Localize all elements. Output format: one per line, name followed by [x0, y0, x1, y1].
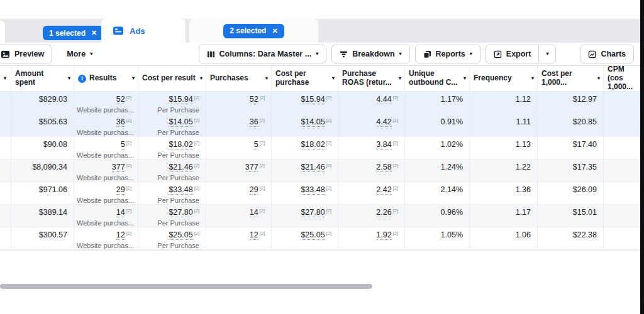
- cell-unique_outbound_ctr: 0.96%: [405, 205, 470, 227]
- footnote-marker: [2]: [393, 140, 398, 146]
- cell-purchase_roas: 1.92[2]: [338, 227, 405, 249]
- cell-value: 2.26: [376, 208, 391, 217]
- info-icon[interactable]: i: [78, 75, 86, 83]
- selected-count-badge-2[interactable]: 2 selected ✕: [223, 24, 284, 38]
- sort-caret-icon: ▾: [531, 76, 534, 81]
- clear-selection-icon[interactable]: ✕: [91, 30, 97, 36]
- footnote-marker: [2]: [260, 163, 265, 168]
- row-stub-cell: [0, 227, 11, 249]
- footnote-marker: [2]: [393, 163, 398, 168]
- cell-value: 1.06: [516, 230, 531, 239]
- table-row[interactable]: $300.5712[2]Website purchas...$25.05[2]P…: [0, 227, 640, 250]
- cell-cost_per_result: $33.48[2]Per Purchase: [138, 182, 206, 204]
- column-header-amount-spent[interactable]: Amount spent ▾: [11, 66, 74, 91]
- column-header-stub[interactable]: ▾: [0, 66, 11, 91]
- column-header-unique-outbound[interactable]: Unique outbound C... ▾: [405, 66, 470, 91]
- cell-value: 1.12: [516, 95, 531, 104]
- footnote-marker: [2]: [393, 117, 398, 123]
- cell-sublabel: Website purchas...: [77, 151, 131, 159]
- image-icon: [1, 50, 10, 59]
- cell-cpm: [604, 160, 640, 181]
- footnote-marker: [2]: [393, 208, 398, 214]
- cell-value: $15.94: [301, 95, 325, 104]
- export-button[interactable]: Export: [486, 45, 540, 63]
- row-stub-cell: [0, 137, 11, 159]
- cell-value: 377: [245, 163, 258, 172]
- columns-icon: [207, 50, 215, 58]
- more-label: More: [67, 50, 86, 58]
- cell-purchase_roas: 4.42[2]: [338, 114, 405, 136]
- column-header-frequency[interactable]: Frequency ▾: [470, 66, 538, 91]
- column-header-cost-per-result[interactable]: Cost per result ▾: [138, 66, 206, 91]
- table-row[interactable]: $8,090.34377[2]Website purchas...$21.46[…: [0, 160, 640, 182]
- cell-cost_per_result: $21.46[2]Per Purchase: [138, 160, 206, 181]
- column-label: Unique outbound C...: [409, 70, 459, 87]
- cell-cpm: [604, 182, 640, 204]
- cell-value: $18.02: [301, 140, 325, 149]
- chevron-down-icon: ▾: [316, 51, 318, 57]
- chevron-down-icon: ▾: [546, 51, 548, 57]
- footnote-marker: [2]: [393, 185, 398, 191]
- cell-value: 1.05%: [441, 230, 463, 239]
- selected-count-badge-1[interactable]: 1 selected ✕: [43, 26, 103, 40]
- cell-amount_spent: $505.63: [11, 114, 74, 136]
- footnote-marker: [2]: [326, 185, 331, 191]
- cell-value: $21.46: [301, 163, 325, 172]
- column-label: Results: [89, 74, 116, 83]
- columns-button[interactable]: Columns: Dara Master ... ▾: [199, 45, 327, 63]
- footnote-marker: [2]: [260, 185, 265, 191]
- cell-value: 52: [116, 95, 125, 104]
- cell-purchases: 52[2]: [206, 92, 272, 114]
- footnote-marker: [2]: [260, 140, 265, 146]
- cell-value: $17.35: [573, 163, 597, 171]
- clear-selection-icon[interactable]: ✕: [272, 28, 277, 35]
- cell-cost_per_1000: $20.85: [538, 114, 604, 136]
- horizontal-scrollbar-thumb[interactable]: [0, 284, 372, 289]
- footnote-marker: [2]: [194, 95, 199, 100]
- column-header-results[interactable]: i Results ▾: [74, 66, 138, 91]
- table-row[interactable]: $389.1414[2]Website purchas...$27.80[2]P…: [0, 205, 640, 227]
- cell-amount_spent: $8,090.34: [11, 160, 74, 181]
- sort-caret-icon: ▾: [4, 76, 6, 81]
- more-button[interactable]: More ▾: [58, 45, 101, 63]
- cell-value: $829.03: [39, 95, 67, 104]
- cell-value: 36: [116, 117, 125, 127]
- ads-manager-screen: 1 selected ✕ Ads 2 selected ✕ Preview: [0, 0, 644, 314]
- column-header-purchase-roas[interactable]: Purchase ROAS (retur... ▾: [338, 66, 405, 91]
- cell-unique_outbound_ctr: 0.91%: [405, 114, 470, 136]
- cell-cost_per_purchase: $25.05[2]: [272, 227, 338, 249]
- cell-value: 1.11: [516, 117, 531, 126]
- cell-unique_outbound_ctr: 2.14%: [405, 182, 470, 204]
- preview-button[interactable]: Preview: [0, 45, 52, 63]
- cell-amount_spent: $389.14: [11, 205, 74, 227]
- column-header-cost-per-1000[interactable]: Cost per 1,000... ▾: [538, 66, 604, 91]
- footnote-marker: [2]: [194, 163, 199, 168]
- cell-results: 52[2]Website purchas...: [74, 92, 138, 114]
- cell-value: $15.94: [169, 95, 192, 104]
- preview-label: Preview: [14, 50, 44, 58]
- charts-icon: [588, 50, 596, 58]
- cell-value: 0.96%: [441, 208, 463, 217]
- cell-value: $17.40: [573, 140, 597, 149]
- cell-purchases: 29[2]: [206, 182, 272, 204]
- toolbar-right: Columns: Dara Master ... ▾ Breakdown ▾ R…: [199, 45, 634, 63]
- column-header-cost-per-purchase[interactable]: Cost per purchase ▾: [272, 66, 338, 91]
- tab-with-selection[interactable]: 2 selected ✕: [189, 19, 318, 43]
- reports-button[interactable]: Reports ▾: [415, 45, 480, 63]
- table-row[interactable]: $90.085[2]Website purchas...$18.02[2]Per…: [0, 137, 640, 160]
- tab-partial-left[interactable]: [0, 21, 5, 43]
- table-row[interactable]: $971.0629[2]Website purchas...$33.48[2]P…: [0, 182, 640, 205]
- export-options-button[interactable]: ▾: [538, 45, 556, 63]
- table-row[interactable]: $829.0352[2]Website purchas...$15.94[2]P…: [0, 92, 640, 114]
- breakdown-button[interactable]: Breakdown ▾: [331, 45, 409, 63]
- cell-value: $20.85: [573, 117, 597, 126]
- cell-cost_per_1000: $12.97: [538, 92, 604, 114]
- table-row[interactable]: $505.6336[2]Website purchas...$14.05[2]P…: [0, 114, 640, 137]
- column-header-purchases[interactable]: Purchases ▾: [206, 66, 272, 91]
- tab-ads[interactable]: Ads: [101, 19, 186, 43]
- table-body: $829.0352[2]Website purchas...$15.94[2]P…: [0, 92, 640, 250]
- footnote-marker: [2]: [326, 163, 331, 168]
- charts-button[interactable]: Charts: [580, 45, 634, 63]
- cell-cost_per_purchase: $18.02[2]: [272, 137, 338, 159]
- column-header-cpm[interactable]: CPM (cos 1,000...: [604, 66, 640, 91]
